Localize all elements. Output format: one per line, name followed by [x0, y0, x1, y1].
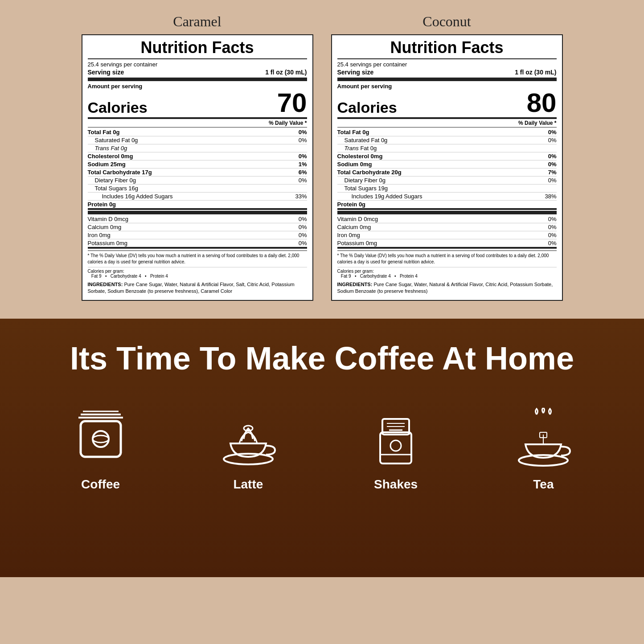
nutrient-row: Potassium 0mg0%	[88, 239, 307, 249]
caramel-calories-label: Calories	[88, 99, 148, 116]
shakes-icon	[365, 408, 427, 470]
nutrient-row: Sodium 25mg1%	[88, 160, 307, 168]
svg-point-4	[93, 431, 109, 447]
coffee-label: Coffee	[81, 477, 120, 492]
coconut-ingredients: Ingredients: Pure Cane Sugar, Water, Nat…	[337, 281, 557, 295]
nutrient-row: Cholesterol 0mg0%	[337, 152, 557, 160]
thick-divider	[88, 211, 307, 214]
nutrient-row: Trans Fat 0g	[88, 144, 307, 152]
caramel-calories-value: 70	[277, 90, 307, 116]
coconut-daily-value-header: % Daily Value *	[337, 120, 557, 127]
caramel-calories-row: Calories 70	[88, 90, 307, 119]
caramel-nutrients: Total Fat 0g0% Saturated Fat 0g0% Trans …	[88, 128, 307, 210]
nutrient-row: Protein 0g	[88, 201, 307, 210]
coconut-calories-row: Calories 80	[337, 90, 557, 119]
tagline: Its Time To Make Coffee At Home	[27, 341, 617, 376]
caramel-amount-label: Amount per serving	[88, 83, 307, 90]
latte-label: Latte	[233, 477, 263, 492]
nutrient-row: Saturated Fat 0g0%	[88, 136, 307, 144]
coconut-calories-value: 80	[527, 90, 557, 116]
caramel-col: Caramel Nutrition Facts 25.4 servings pe…	[82, 13, 313, 301]
icons-row: Coffee Latte	[27, 408, 617, 492]
nutrient-row: Calcium 0mg0%	[337, 223, 557, 231]
tea-icon	[512, 408, 574, 470]
caramel-serving-size-label: Serving size	[88, 69, 124, 76]
coconut-nutrients: Total Fat 0g0% Saturated Fat 0g0% Trans …	[337, 128, 557, 210]
tea-label: Tea	[533, 477, 554, 492]
caramel-ingredients: Ingredients: Pure Cane Sugar, Water, Nat…	[88, 281, 307, 295]
nutrient-row: Includes 19g Added Sugars38%	[337, 193, 557, 201]
caramel-title: Caramel	[173, 13, 221, 30]
bottom-section: Its Time To Make Coffee At Home Coffee	[0, 319, 644, 577]
nutrient-row: Potassium 0mg0%	[337, 239, 557, 249]
coconut-nutrition-box: Nutrition Facts 25.4 servings per contai…	[331, 34, 563, 301]
nutrient-row: Calcium 0mg0%	[88, 223, 307, 231]
nutrient-row: Trans Fat 0g	[337, 144, 557, 152]
caramel-footnote: * The % Daily Value (DV) tells you how m…	[88, 250, 307, 265]
top-section: Caramel Nutrition Facts 25.4 servings pe…	[0, 0, 644, 319]
coconut-title: Coconut	[422, 13, 471, 30]
svg-point-18	[519, 455, 568, 466]
nutrient-row: Total Fat 0g0%	[337, 128, 557, 136]
latte-icon	[217, 408, 279, 470]
coconut-footnote: * The % Daily Value (DV) tells you how m…	[337, 250, 557, 265]
nutrient-row: Saturated Fat 0g0%	[337, 136, 557, 144]
coconut-servings: 25.4 servings per container	[337, 61, 557, 68]
nutrient-row: Sodium 0mg0%	[337, 160, 557, 168]
tea-col: Tea	[512, 408, 574, 492]
svg-point-5	[93, 435, 109, 443]
coconut-col: Coconut Nutrition Facts 25.4 servings pe…	[331, 13, 563, 301]
nutrient-row: Total Sugars 19g	[337, 185, 557, 193]
caramel-serving-row: Serving size 1 fl oz (30 mL)	[88, 69, 307, 81]
nutrient-row: Vitamin D 0mcg0%	[337, 215, 557, 223]
nutrient-row: Dietary Fiber 0g0%	[88, 176, 307, 185]
nutrient-row: Total Fat 0g0%	[88, 128, 307, 136]
coconut-amount-label: Amount per serving	[337, 83, 557, 90]
caramel-nutrition-title: Nutrition Facts	[88, 39, 307, 59]
svg-point-13	[390, 440, 401, 451]
latte-col: Latte	[217, 408, 279, 492]
caramel-servings: 25.4 servings per container	[88, 61, 307, 68]
shakes-col: Shakes	[365, 408, 427, 492]
coconut-vitamins: Vitamin D 0mcg0% Calcium 0mg0% Iron 0mg0…	[337, 215, 557, 249]
caramel-calories-per-gram: Calories per gram: Fat 9 • Carbohydrate …	[88, 267, 307, 279]
nutrient-row: Total Sugars 16g	[88, 185, 307, 193]
coconut-serving-size-label: Serving size	[337, 69, 374, 76]
nutrient-row: Protein 0g	[337, 201, 557, 210]
nutrient-row: Total Carbohydrate 17g6%	[88, 168, 307, 176]
shakes-label: Shakes	[374, 477, 418, 492]
coconut-serving-size-value: 1 fl oz (30 mL)	[515, 69, 556, 76]
nutrient-row: Vitamin D 0mcg0%	[88, 215, 307, 223]
caramel-nutrition-box: Nutrition Facts 25.4 servings per contai…	[82, 34, 313, 301]
coconut-calories-label: Calories	[337, 99, 397, 116]
coffee-col: Coffee	[70, 408, 132, 492]
nutrient-row: Cholesterol 0mg0%	[88, 152, 307, 160]
coconut-calories-per-gram: Calories per gram: Fat 9 • Carbohydrate …	[337, 267, 557, 279]
caramel-serving-size-value: 1 fl oz (30 mL)	[265, 69, 307, 76]
coffee-icon	[70, 408, 132, 470]
svg-point-6	[224, 454, 273, 464]
caramel-vitamins: Vitamin D 0mcg0% Calcium 0mg0% Iron 0mg0…	[88, 215, 307, 249]
caramel-daily-value-header: % Daily Value *	[88, 120, 307, 127]
nutrient-row: Iron 0mg0%	[88, 231, 307, 239]
nutrient-row: Dietary Fiber 0g0%	[337, 176, 557, 185]
svg-rect-0	[81, 421, 121, 457]
thick-divider	[337, 211, 557, 214]
coconut-nutrition-title: Nutrition Facts	[337, 39, 557, 59]
nutrient-row: Iron 0mg0%	[337, 231, 557, 239]
nutrient-row: Includes 16g Added Sugars33%	[88, 193, 307, 201]
nutrient-row: Total Carbohydrate 20g7%	[337, 168, 557, 176]
svg-rect-9	[380, 432, 411, 464]
coconut-serving-row: Serving size 1 fl oz (30 mL)	[337, 69, 557, 81]
